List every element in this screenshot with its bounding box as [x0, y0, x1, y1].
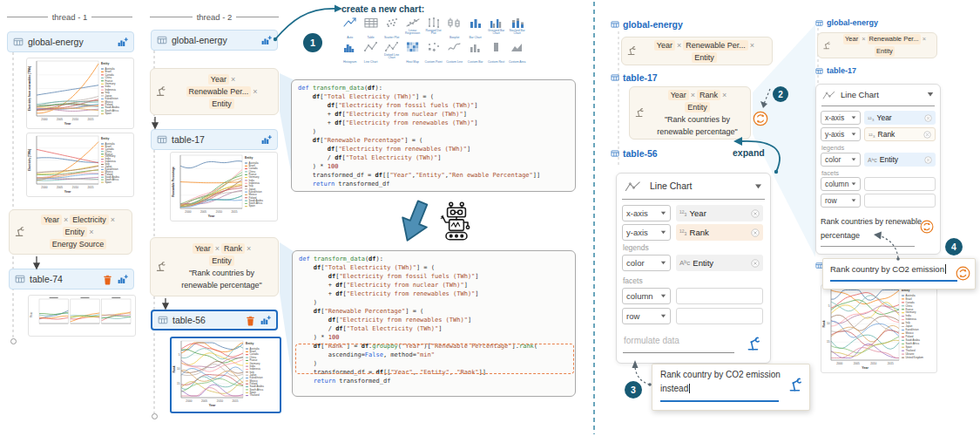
- chart-type-table[interactable]: Table: [361, 17, 382, 41]
- chart-type-line-chart[interactable]: Line Chart: [361, 41, 382, 65]
- clear-field-icon[interactable]: [924, 114, 932, 122]
- chart-thumbnail[interactable]: Year: [28, 295, 136, 337]
- field-chip[interactable]: Year: [41, 215, 62, 225]
- remove-chip-icon[interactable]: ×: [64, 215, 68, 225]
- chart-type-bar-chart[interactable]: Bar Chart: [465, 17, 486, 41]
- dataset-card-global-energy-t1[interactable]: global-energy: [7, 31, 134, 52]
- color-field[interactable]: Aᵇc Entity: [676, 255, 763, 271]
- field-chip[interactable]: Entity: [875, 46, 895, 57]
- transform-card-t1[interactable]: Year×Electricity×Entity×Energy Source: [9, 209, 132, 255]
- add-chart-icon[interactable]: [260, 35, 272, 46]
- refresh-icon[interactable]: [753, 111, 768, 126]
- chart-type-ranged-dot-plot[interactable]: Ranged Dot Plot: [423, 17, 444, 41]
- add-chart-icon[interactable]: [117, 37, 128, 48]
- color-field[interactable]: Aᵇc Entity: [864, 153, 936, 167]
- formulate-data-value[interactable]: Rank countries by renewable: [821, 217, 922, 226]
- chart-type-linear-regression[interactable]: Linear Regression: [402, 17, 423, 41]
- remove-chip-icon[interactable]: ×: [750, 40, 754, 51]
- tree-header-global-energy[interactable]: global-energy: [611, 19, 683, 30]
- chart-thumbnail[interactable]: 2000200520102015YearRenewable Percentage…: [170, 152, 278, 221]
- column-field-empty[interactable]: [864, 177, 936, 191]
- field-chip[interactable]: Year: [843, 34, 860, 44]
- y-axis-field[interactable]: ¹²₃ Rank: [676, 224, 763, 241]
- add-chart-icon[interactable]: [260, 315, 271, 326]
- field-chip[interactable]: Year: [208, 74, 229, 85]
- field-chip[interactable]: Rank: [697, 90, 720, 100]
- field-chip[interactable]: Rank: [221, 243, 245, 254]
- chevron-down-icon[interactable]: [754, 184, 762, 189]
- transform-card-t2a[interactable]: Year×Renewable Per...×Entity: [150, 68, 279, 115]
- refresh-icon[interactable]: [920, 220, 934, 234]
- popup-input[interactable]: Rank country by CO2 emission: [830, 264, 946, 274]
- remove-chip-icon[interactable]: ×: [722, 90, 727, 100]
- remove-chip-icon[interactable]: ×: [247, 243, 251, 254]
- code-editor-v2[interactable]: def transform_data(df): df["Total Electr…: [292, 250, 576, 397]
- chart-type-custom-bar[interactable]: Custom Bar: [465, 41, 486, 65]
- remove-chip-icon[interactable]: ×: [691, 90, 695, 100]
- x-axis-field[interactable]: ¹²₃ Year: [676, 205, 763, 221]
- chart-type-custom-area[interactable]: Custom Area: [507, 41, 528, 65]
- x-axis-select[interactable]: x-axis: [821, 111, 861, 125]
- field-chip[interactable]: Entity: [63, 227, 88, 237]
- refresh-icon[interactable]: [956, 266, 970, 281]
- clear-field-icon[interactable]: [923, 131, 931, 139]
- column-field-empty[interactable]: [676, 288, 763, 304]
- remove-chip-icon[interactable]: ×: [111, 215, 115, 225]
- dataset-card-global-energy-t2[interactable]: global-energy: [151, 30, 278, 51]
- chart-type-dotted-line-chart[interactable]: Dotted Line Chart: [382, 41, 402, 65]
- delete-icon[interactable]: [103, 274, 112, 285]
- y-axis-field[interactable]: ¹²₃ Rank: [864, 127, 936, 141]
- clear-field-icon[interactable]: [751, 228, 760, 237]
- formulate-popup-right[interactable]: Rank country by CO2 emission: [822, 258, 976, 290]
- chart-type-custom-point[interactable]: Custom Point: [423, 41, 444, 65]
- transform-card-mid-b[interactable]: Year×Rank×Entity"Rank countries byrenewa…: [629, 86, 751, 140]
- field-chip[interactable]: Entity: [209, 255, 234, 266]
- remove-chip-icon[interactable]: ×: [231, 74, 235, 85]
- chart-type-heat-map[interactable]: Heat Map: [402, 41, 423, 65]
- color-select[interactable]: color: [622, 255, 671, 271]
- clear-field-icon[interactable]: [751, 209, 760, 218]
- transform-card-mid-a[interactable]: Year×Renewable Per...×Entity: [621, 37, 773, 65]
- clear-field-icon[interactable]: [924, 156, 932, 164]
- x-axis-field[interactable]: ¹²₃ Year: [864, 111, 936, 125]
- chart-type-scatter-plot[interactable]: Scatter Plot: [382, 17, 402, 41]
- remove-chip-icon[interactable]: ×: [253, 86, 257, 97]
- field-chip[interactable]: Renewable Per...: [868, 34, 921, 44]
- y-axis-select[interactable]: y-axis: [622, 224, 671, 241]
- field-chip[interactable]: Renewable Per...: [683, 40, 748, 51]
- field-chip[interactable]: Year: [668, 90, 689, 100]
- field-chip[interactable]: Entity: [209, 99, 234, 109]
- chart-type-auto[interactable]: Auto: [340, 17, 361, 41]
- chevron-down-icon[interactable]: [927, 92, 934, 97]
- table-card-table-56[interactable]: table-56: [151, 310, 278, 330]
- tree-header-global-energy[interactable]: global-energy: [815, 18, 878, 27]
- remove-chip-icon[interactable]: ×: [89, 227, 93, 237]
- field-chip[interactable]: Entity: [692, 52, 717, 63]
- chart-type-custom-line[interactable]: Custom Line: [444, 41, 465, 65]
- add-chart-icon[interactable]: [117, 274, 128, 285]
- chart-type-grouped-bar-chart[interactable]: Grouped Bar Chart: [486, 17, 507, 41]
- remove-chip-icon[interactable]: ×: [923, 34, 926, 44]
- chart-type-custom-rect[interactable]: Custom Rect: [486, 41, 507, 65]
- field-chip[interactable]: Electricity: [70, 215, 109, 225]
- formulate-popup-thread[interactable]: Rank country by CO2 emission instead: [652, 364, 810, 411]
- field-chip[interactable]: Year: [654, 40, 675, 51]
- row-select[interactable]: row: [821, 194, 861, 208]
- remove-chip-icon[interactable]: ×: [862, 34, 865, 44]
- remove-chip-icon[interactable]: ×: [677, 40, 681, 51]
- popup-input-line2[interactable]: instead: [660, 384, 690, 393]
- color-select[interactable]: color: [821, 153, 861, 167]
- field-chip[interactable]: Energy Source: [50, 239, 107, 249]
- popup-input-line1[interactable]: Rank country by CO2 emission: [660, 370, 781, 379]
- field-chip[interactable]: Entity: [685, 102, 710, 112]
- remove-chip-icon[interactable]: ×: [215, 243, 220, 254]
- x-axis-select[interactable]: x-axis: [622, 205, 671, 221]
- chart-thumbnail[interactable]: 2000200520102015YearElectricity from ren…: [26, 58, 134, 129]
- table-card-table-17[interactable]: table-17: [151, 129, 278, 150]
- formulate-data-input[interactable]: formulate data: [624, 336, 679, 345]
- chart-type-boxplot[interactable]: Boxplot: [444, 17, 465, 41]
- table-card-table-74[interactable]: table-74: [9, 269, 134, 290]
- transform-card-right[interactable]: Year×Renewable Per...×Entity: [817, 32, 937, 58]
- row-select[interactable]: row: [622, 308, 671, 324]
- clear-field-icon[interactable]: [751, 259, 760, 268]
